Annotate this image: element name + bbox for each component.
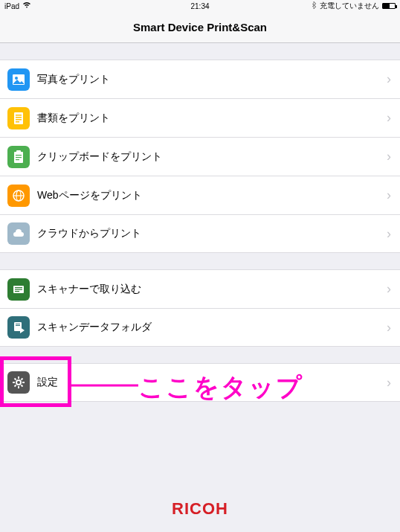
scan-folder-icon [7,316,30,339]
web-icon [7,185,30,207]
chevron-right-icon: › [387,375,391,391]
brand-logo: RICOH [0,499,400,519]
svg-rect-2 [14,112,23,124]
menu-item-label: クリップボードをプリント [37,150,387,164]
svg-rect-18 [15,291,19,292]
svg-rect-3 [16,115,22,116]
menu-item-scanner-import[interactable]: スキャナーで取り込む › [0,269,400,308]
svg-rect-6 [16,121,19,123]
svg-line-27 [15,379,16,380]
svg-rect-17 [15,289,22,289]
chevron-right-icon: › [387,281,391,297]
gear-icon [7,371,30,394]
wifi-icon [22,1,31,10]
menu-item-label: 書類をプリント [37,112,387,125]
svg-point-22 [16,380,21,385]
svg-rect-8 [16,150,21,153]
menu-item-settings[interactable]: 設定 › [0,363,400,402]
status-bar: iPad 21:34 充電していません [0,0,400,12]
svg-line-28 [22,385,23,387]
svg-line-30 [15,385,16,387]
clipboard-icon [7,146,30,168]
menu-item-label: スキャナーで取り込む [37,283,387,296]
chevron-right-icon: › [387,226,391,242]
svg-rect-20 [16,324,20,324]
device-label: iPad [4,2,19,10]
svg-rect-9 [16,155,22,156]
menu-group-settings: 設定 › [0,363,400,402]
svg-rect-5 [16,119,22,121]
svg-rect-16 [15,287,22,288]
svg-rect-4 [16,117,22,118]
svg-point-1 [15,77,18,80]
svg-rect-11 [16,159,19,160]
menu-item-photo-print[interactable]: 写真をプリント › [0,60,400,98]
menu-item-clipboard-print[interactable]: クリップボードをプリント › [0,137,400,176]
menu-group-scan: スキャナーで取り込む › スキャンデータフォルダ › [0,269,400,347]
document-icon [7,107,30,129]
svg-line-29 [22,379,23,380]
bluetooth-icon [312,1,317,10]
chevron-right-icon: › [387,320,391,336]
chevron-right-icon: › [387,71,391,87]
photo-icon [7,68,30,91]
menu-item-scan-folder[interactable]: スキャンデータフォルダ › [0,308,400,347]
status-time: 21:34 [190,2,209,10]
svg-rect-10 [16,157,22,158]
chevron-right-icon: › [387,149,391,164]
menu-item-label: クラウドからプリント [37,227,387,240]
menu-item-label: スキャンデータフォルダ [37,321,387,334]
menu-item-web-print[interactable]: Webページをプリント › [0,176,400,214]
charge-label: 充電していません [320,1,379,11]
nav-bar: Smart Device Print&Scan [0,12,400,43]
svg-rect-21 [16,325,20,326]
page-title: Smart Device Print&Scan [133,21,267,33]
chevron-right-icon: › [387,188,391,203]
scanner-icon [7,278,30,301]
cloud-icon [7,222,30,245]
menu-item-label: Webページをプリント [37,189,387,202]
menu-item-document-print[interactable]: 書類をプリント › [0,98,400,137]
chevron-right-icon: › [387,110,391,126]
menu-group-print: 写真をプリント › 書類をプリント › クリップボードをプリント › Webペー… [0,60,400,253]
menu-item-label: 設定 [37,376,387,389]
battery-icon [382,3,396,9]
menu-item-label: 写真をプリント [37,73,387,86]
menu-item-cloud-print[interactable]: クラウドからプリント › [0,214,400,253]
